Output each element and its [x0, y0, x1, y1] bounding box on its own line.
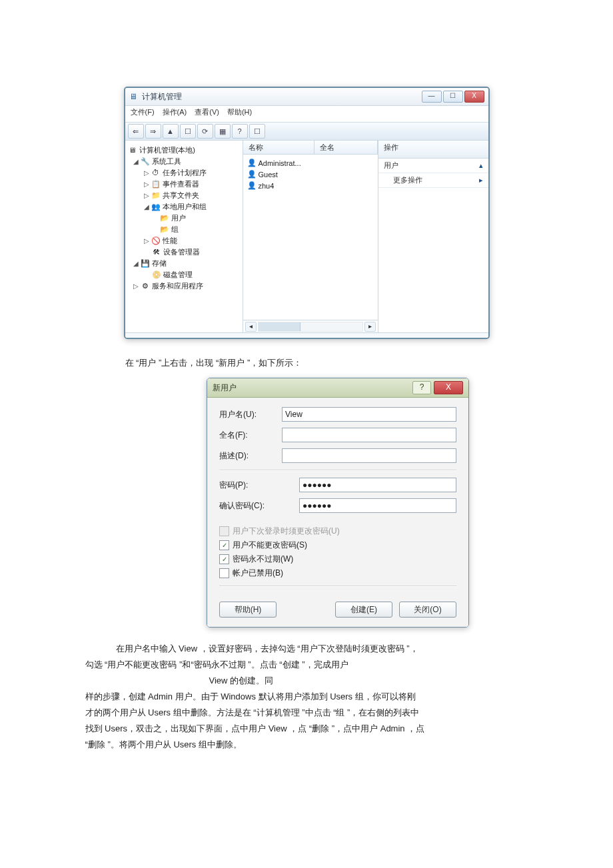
checkbox-icon[interactable]: ✓ — [219, 540, 229, 550]
input-confirm[interactable]: ●●●●●● — [299, 498, 456, 513]
users-icon: 👥 — [151, 201, 161, 213]
expand-icon[interactable]: ▸ — [479, 176, 483, 185]
menu-file[interactable]: 文件(F) — [131, 107, 155, 121]
input-fullname[interactable] — [282, 428, 456, 442]
menu-help[interactable]: 帮助(H) — [227, 107, 252, 121]
scroll-right-icon[interactable]: ▸ — [364, 322, 376, 332]
user-icon: 👤 — [247, 181, 257, 190]
close-button[interactable]: 关闭(O) — [399, 602, 456, 618]
checkbox-icon — [219, 526, 229, 536]
create-button[interactable]: 创建(E) — [335, 602, 392, 618]
input-username[interactable]: View — [282, 407, 456, 422]
chk-never-expire[interactable]: ✓密码永不过期(W) — [219, 554, 456, 565]
user-icon: 👤 — [247, 159, 257, 167]
chk-must-change: 用户下次登录时须更改密码(U) — [219, 526, 456, 537]
window-title: 计算机管理 — [142, 91, 422, 103]
computer-icon: 🖥 — [129, 92, 139, 101]
tree-local[interactable]: ◢👥本地用户和组 — [128, 201, 240, 213]
tb-help[interactable]: ? — [232, 124, 248, 139]
tree-groups[interactable]: 📂组 — [128, 224, 240, 235]
paragraph: 在用户名中输入 View ，设置好密码，去掉勾选 “用户下次登陆时须更改密码 ”… — [85, 641, 528, 753]
toolbar: ⇐ ⇒ ▲ ☐ ⟳ ▦ ? ☐ — [125, 123, 488, 141]
tree-services[interactable]: ▷⚙服务和应用程序 — [128, 280, 240, 292]
share-icon: 📁 — [151, 190, 161, 201]
tb-refresh[interactable]: ⟳ — [197, 124, 213, 139]
tree-share[interactable]: ▷📁共享文件夹 — [128, 190, 240, 201]
menu-view[interactable]: 查看(V) — [195, 107, 219, 121]
tree-diskmgr[interactable]: 📀磁盘管理 — [128, 269, 240, 280]
scroll-left-icon[interactable]: ◂ — [245, 322, 257, 332]
perf-icon: 🚫 — [151, 235, 161, 246]
tree-root[interactable]: 🖥计算机管理(本地) — [128, 145, 240, 156]
input-password[interactable]: ●●●●●● — [299, 478, 456, 492]
col-name[interactable]: 名称 — [243, 141, 314, 154]
tb-export[interactable]: ▦ — [215, 124, 231, 139]
actions-more[interactable]: 更多操作▸ — [378, 173, 488, 188]
help-button[interactable]: 帮助(H) — [219, 602, 277, 618]
tb-fwd[interactable]: ⇒ — [145, 124, 161, 139]
h-scrollbar[interactable]: ◂ ▸ — [243, 320, 378, 332]
tb-back[interactable]: ⇐ — [128, 124, 144, 139]
user-list[interactable]: 👤Administrat... 👤Guest 👤zhu4 — [243, 155, 378, 320]
tree-task[interactable]: ▷⏱任务计划程序 — [128, 167, 240, 179]
user-icon: 👤 — [247, 170, 257, 179]
label-fullname: 全名(F): — [219, 430, 282, 441]
tree-systools[interactable]: ◢🔧系统工具 — [128, 156, 240, 167]
chk-cannot-change[interactable]: ✓用户不能更改密码(S) — [219, 540, 456, 551]
storage-icon: 💾 — [141, 258, 150, 269]
tree-perf[interactable]: ▷🚫性能 — [128, 235, 240, 246]
input-desc[interactable] — [282, 448, 456, 463]
actions-pane: 操作 用户▴ 更多操作▸ — [378, 141, 488, 332]
tree-storage[interactable]: ◢💾存储 — [128, 258, 240, 269]
new-user-dialog: 新用户 ? X 用户名(U):View 全名(F): 描述(D): 密码(P):… — [207, 378, 469, 628]
list-item[interactable]: 👤Guest — [247, 169, 374, 180]
chk-disabled[interactable]: 帐户已禁用(B) — [219, 568, 456, 579]
tb-prop[interactable]: ☐ — [180, 124, 196, 139]
services-icon: ⚙ — [141, 280, 150, 292]
tree-users[interactable]: 📂用户 — [128, 213, 240, 224]
scroll-track[interactable] — [258, 322, 363, 332]
collapse-icon[interactable]: ▴ — [479, 161, 483, 170]
computer-mgmt-icon: 🖥 — [128, 145, 137, 156]
status-bar — [125, 332, 488, 339]
dialog-title: 新用户 — [213, 382, 412, 394]
computer-management-window: 🖥 计算机管理 — ☐ X 文件(F) 操作(A) 查看(V) 帮助(H) ⇐ … — [124, 87, 490, 339]
column-headers[interactable]: 名称 全名 — [243, 141, 378, 155]
folder-icon: 📂 — [160, 224, 169, 235]
tb-up[interactable]: ▲ — [163, 124, 179, 139]
menu-bar[interactable]: 文件(F) 操作(A) 查看(V) 帮助(H) — [125, 106, 488, 123]
dialog-help-button[interactable]: ? — [412, 381, 431, 394]
maximize-button[interactable]: ☐ — [443, 91, 463, 103]
checkbox-icon[interactable]: ✓ — [219, 554, 229, 564]
label-password: 密码(P): — [219, 480, 299, 491]
dialog-titlebar[interactable]: 新用户 ? X — [207, 378, 468, 398]
minimize-button[interactable]: — — [422, 91, 442, 103]
actions-header: 操作 — [378, 141, 488, 159]
device-icon: 🛠 — [152, 246, 161, 258]
clock-icon: ⏱ — [151, 167, 161, 179]
center-panel: 名称 全名 👤Administrat... 👤Guest 👤zhu4 ◂ ▸ — [243, 141, 378, 332]
scroll-thumb[interactable] — [259, 322, 301, 331]
tb-misc[interactable]: ☐ — [249, 124, 265, 139]
actions-user[interactable]: 用户▴ — [378, 159, 488, 173]
disk-icon: 📀 — [152, 269, 161, 280]
label-confirm: 确认密码(C): — [219, 500, 299, 512]
label-username: 用户名(U): — [219, 409, 282, 420]
window-titlebar[interactable]: 🖥 计算机管理 — ☐ X — [125, 88, 488, 106]
checkbox-icon[interactable] — [219, 568, 229, 578]
list-item[interactable]: 👤Administrat... — [247, 157, 374, 169]
dialog-close-button[interactable]: X — [434, 381, 463, 394]
event-icon: 📋 — [151, 179, 161, 190]
instruction-mid: 在 “用户 ”上右击，出现 “新用户 ”，如下所示： — [125, 355, 488, 371]
label-desc: 描述(D): — [219, 450, 282, 462]
tree-devmgr[interactable]: 🛠设备管理器 — [128, 246, 240, 258]
folder-icon: 📂 — [160, 213, 169, 224]
list-item[interactable]: 👤zhu4 — [247, 180, 374, 191]
tools-icon: 🔧 — [141, 156, 150, 167]
close-button[interactable]: X — [464, 91, 484, 103]
menu-action[interactable]: 操作(A) — [163, 107, 187, 121]
nav-tree[interactable]: 🖥计算机管理(本地) ◢🔧系统工具 ▷⏱任务计划程序 ▷📋事件查看器 ▷📁共享文… — [125, 141, 243, 332]
col-full[interactable]: 全名 — [314, 141, 378, 154]
tree-event[interactable]: ▷📋事件查看器 — [128, 179, 240, 190]
